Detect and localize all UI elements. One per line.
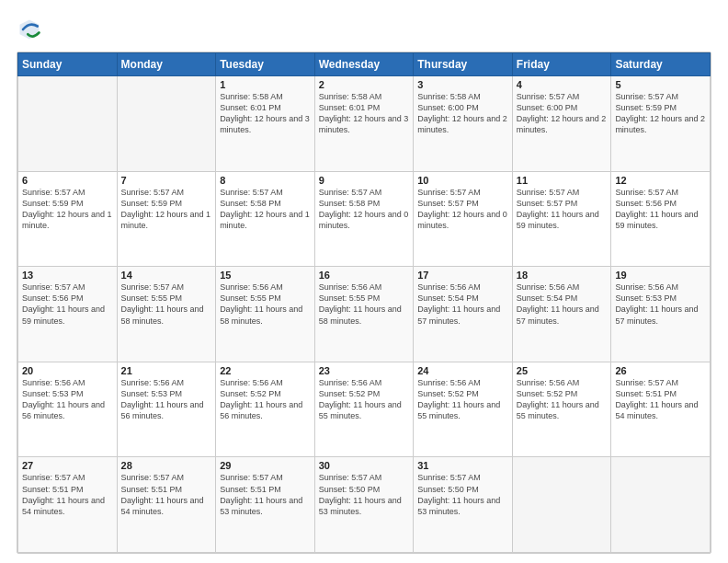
day-number: 22 <box>220 365 311 376</box>
day-info: Sunrise: 5:57 AM Sunset: 5:58 PM Dayligh… <box>319 187 410 232</box>
day-number: 2 <box>319 79 410 90</box>
day-cell: 1Sunrise: 5:58 AM Sunset: 6:01 PM Daylig… <box>216 76 315 172</box>
day-info: Sunrise: 5:57 AM Sunset: 5:59 PM Dayligh… <box>22 187 113 232</box>
day-info: Sunrise: 5:56 AM Sunset: 5:53 PM Dayligh… <box>22 377 113 422</box>
day-number: 26 <box>615 365 706 376</box>
day-cell: 30Sunrise: 5:57 AM Sunset: 5:50 PM Dayli… <box>314 457 414 553</box>
day-number: 7 <box>121 175 212 186</box>
day-info: Sunrise: 5:56 AM Sunset: 5:52 PM Dayligh… <box>220 377 311 422</box>
col-header-friday: Friday <box>512 53 611 76</box>
day-cell: 26Sunrise: 5:57 AM Sunset: 5:51 PM Dayli… <box>611 362 711 457</box>
week-row-4: 20Sunrise: 5:56 AM Sunset: 5:53 PM Dayli… <box>18 362 711 457</box>
day-cell: 4Sunrise: 5:57 AM Sunset: 6:00 PM Daylig… <box>512 76 611 172</box>
day-number: 23 <box>319 365 410 376</box>
day-cell <box>18 76 118 172</box>
day-info: Sunrise: 5:57 AM Sunset: 5:50 PM Dayligh… <box>417 472 508 517</box>
day-cell: 21Sunrise: 5:56 AM Sunset: 5:53 PM Dayli… <box>117 362 216 457</box>
day-number: 19 <box>615 270 706 281</box>
day-number: 20 <box>22 365 113 376</box>
day-number: 3 <box>417 79 508 90</box>
day-number: 25 <box>517 365 608 376</box>
col-header-monday: Monday <box>117 53 216 76</box>
logo <box>17 17 46 42</box>
day-cell: 9Sunrise: 5:57 AM Sunset: 5:58 PM Daylig… <box>314 171 414 267</box>
day-info: Sunrise: 5:57 AM Sunset: 5:51 PM Dayligh… <box>22 472 113 517</box>
day-cell: 29Sunrise: 5:57 AM Sunset: 5:51 PM Dayli… <box>216 457 315 553</box>
day-number: 1 <box>220 79 311 90</box>
day-info: Sunrise: 5:57 AM Sunset: 5:57 PM Dayligh… <box>417 187 508 232</box>
col-header-tuesday: Tuesday <box>216 53 315 76</box>
day-cell: 2Sunrise: 5:58 AM Sunset: 6:01 PM Daylig… <box>314 76 414 172</box>
day-info: Sunrise: 5:56 AM Sunset: 5:52 PM Dayligh… <box>517 377 608 422</box>
day-number: 9 <box>319 175 410 186</box>
day-number: 31 <box>417 460 508 471</box>
day-number: 13 <box>22 270 113 281</box>
day-cell: 5Sunrise: 5:57 AM Sunset: 5:59 PM Daylig… <box>611 76 711 172</box>
col-header-wednesday: Wednesday <box>314 53 414 76</box>
week-row-2: 6Sunrise: 5:57 AM Sunset: 5:59 PM Daylig… <box>18 171 711 267</box>
day-info: Sunrise: 5:57 AM Sunset: 5:58 PM Dayligh… <box>220 187 311 232</box>
day-number: 11 <box>517 175 608 186</box>
day-cell: 27Sunrise: 5:57 AM Sunset: 5:51 PM Dayli… <box>18 457 118 553</box>
day-cell: 18Sunrise: 5:56 AM Sunset: 5:54 PM Dayli… <box>512 267 611 362</box>
day-info: Sunrise: 5:56 AM Sunset: 5:53 PM Dayligh… <box>615 282 706 327</box>
day-info: Sunrise: 5:56 AM Sunset: 5:52 PM Dayligh… <box>319 377 410 422</box>
day-cell: 22Sunrise: 5:56 AM Sunset: 5:52 PM Dayli… <box>216 362 315 457</box>
day-number: 29 <box>220 460 311 471</box>
day-cell <box>611 457 711 553</box>
day-info: Sunrise: 5:57 AM Sunset: 5:57 PM Dayligh… <box>517 187 608 232</box>
day-number: 15 <box>220 270 311 281</box>
day-number: 8 <box>220 175 311 186</box>
calendar-table: SundayMondayTuesdayWednesdayThursdayFrid… <box>17 52 711 553</box>
day-info: Sunrise: 5:56 AM Sunset: 5:55 PM Dayligh… <box>319 282 410 327</box>
day-number: 10 <box>417 175 508 186</box>
day-cell: 11Sunrise: 5:57 AM Sunset: 5:57 PM Dayli… <box>512 171 611 267</box>
day-info: Sunrise: 5:57 AM Sunset: 5:56 PM Dayligh… <box>22 282 113 327</box>
col-header-sunday: Sunday <box>18 53 118 76</box>
day-info: Sunrise: 5:57 AM Sunset: 5:50 PM Dayligh… <box>319 472 410 517</box>
day-cell: 23Sunrise: 5:56 AM Sunset: 5:52 PM Dayli… <box>314 362 414 457</box>
day-info: Sunrise: 5:56 AM Sunset: 5:54 PM Dayligh… <box>417 282 508 327</box>
header <box>17 17 711 42</box>
day-number: 30 <box>319 460 410 471</box>
day-cell: 13Sunrise: 5:57 AM Sunset: 5:56 PM Dayli… <box>18 267 118 362</box>
day-cell: 7Sunrise: 5:57 AM Sunset: 5:59 PM Daylig… <box>117 171 216 267</box>
day-number: 16 <box>319 270 410 281</box>
day-info: Sunrise: 5:58 AM Sunset: 6:01 PM Dayligh… <box>220 91 311 136</box>
day-cell: 6Sunrise: 5:57 AM Sunset: 5:59 PM Daylig… <box>18 171 118 267</box>
day-cell: 31Sunrise: 5:57 AM Sunset: 5:50 PM Dayli… <box>414 457 513 553</box>
day-number: 14 <box>121 270 212 281</box>
day-info: Sunrise: 5:58 AM Sunset: 6:01 PM Dayligh… <box>319 91 410 136</box>
day-cell: 20Sunrise: 5:56 AM Sunset: 5:53 PM Dayli… <box>18 362 118 457</box>
day-info: Sunrise: 5:57 AM Sunset: 5:59 PM Dayligh… <box>615 91 706 136</box>
day-info: Sunrise: 5:57 AM Sunset: 6:00 PM Dayligh… <box>517 91 608 136</box>
page: SundayMondayTuesdayWednesdayThursdayFrid… <box>0 0 728 563</box>
day-cell: 28Sunrise: 5:57 AM Sunset: 5:51 PM Dayli… <box>117 457 216 553</box>
day-info: Sunrise: 5:56 AM Sunset: 5:53 PM Dayligh… <box>121 377 212 422</box>
day-number: 17 <box>417 270 508 281</box>
week-row-1: 1Sunrise: 5:58 AM Sunset: 6:01 PM Daylig… <box>18 76 711 172</box>
day-cell: 19Sunrise: 5:56 AM Sunset: 5:53 PM Dayli… <box>611 267 711 362</box>
day-info: Sunrise: 5:57 AM Sunset: 5:51 PM Dayligh… <box>220 472 311 517</box>
day-number: 28 <box>121 460 212 471</box>
day-number: 5 <box>615 79 706 90</box>
day-cell <box>512 457 611 553</box>
day-cell: 25Sunrise: 5:56 AM Sunset: 5:52 PM Dayli… <box>512 362 611 457</box>
day-cell: 15Sunrise: 5:56 AM Sunset: 5:55 PM Dayli… <box>216 267 315 362</box>
day-number: 24 <box>417 365 508 376</box>
day-number: 12 <box>615 175 706 186</box>
day-info: Sunrise: 5:57 AM Sunset: 5:59 PM Dayligh… <box>121 187 212 232</box>
day-number: 21 <box>121 365 212 376</box>
week-row-5: 27Sunrise: 5:57 AM Sunset: 5:51 PM Dayli… <box>18 457 711 553</box>
day-number: 6 <box>22 175 113 186</box>
day-info: Sunrise: 5:57 AM Sunset: 5:51 PM Dayligh… <box>615 377 706 422</box>
week-row-3: 13Sunrise: 5:57 AM Sunset: 5:56 PM Dayli… <box>18 267 711 362</box>
day-cell: 14Sunrise: 5:57 AM Sunset: 5:55 PM Dayli… <box>117 267 216 362</box>
day-cell: 8Sunrise: 5:57 AM Sunset: 5:58 PM Daylig… <box>216 171 315 267</box>
day-cell <box>117 76 216 172</box>
col-header-saturday: Saturday <box>611 53 711 76</box>
day-cell: 10Sunrise: 5:57 AM Sunset: 5:57 PM Dayli… <box>414 171 513 267</box>
day-cell: 3Sunrise: 5:58 AM Sunset: 6:00 PM Daylig… <box>414 76 513 172</box>
day-cell: 16Sunrise: 5:56 AM Sunset: 5:55 PM Dayli… <box>314 267 414 362</box>
day-info: Sunrise: 5:56 AM Sunset: 5:55 PM Dayligh… <box>220 282 311 327</box>
